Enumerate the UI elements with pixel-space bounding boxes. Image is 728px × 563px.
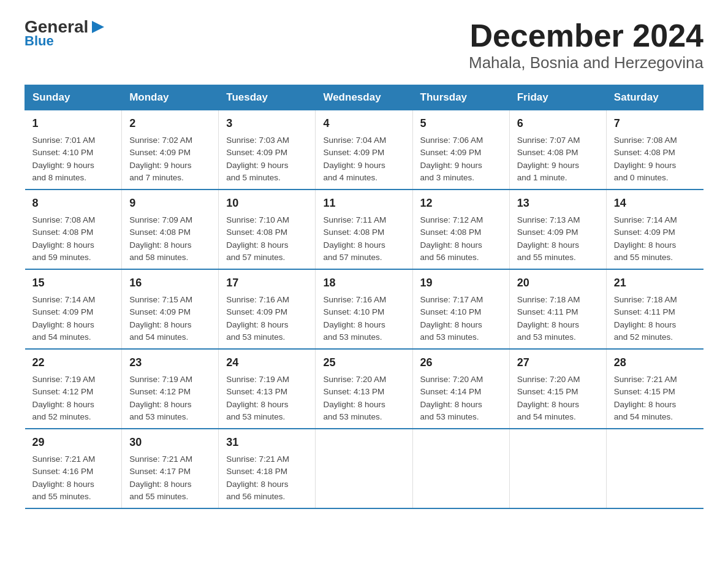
day-info: Sunrise: 7:15 AM Sunset: 4:09 PM Dayligh… — [129, 294, 211, 343]
day-info: Sunrise: 7:01 AM Sunset: 4:10 PM Dayligh… — [32, 134, 115, 184]
day-number: 26 — [420, 354, 502, 371]
day-header-monday: Monday — [122, 85, 219, 110]
calendar-cell: 17Sunrise: 7:16 AM Sunset: 4:09 PM Dayli… — [219, 269, 316, 349]
day-number: 25 — [323, 354, 404, 371]
calendar-header-row: SundayMondayTuesdayWednesdayThursdayFrid… — [25, 85, 703, 110]
calendar-cell: 24Sunrise: 7:19 AM Sunset: 4:13 PM Dayli… — [219, 349, 316, 429]
day-number: 23 — [129, 354, 211, 371]
day-info: Sunrise: 7:19 AM Sunset: 4:13 PM Dayligh… — [226, 373, 308, 423]
day-number: 1 — [32, 115, 115, 132]
calendar-cell: 28Sunrise: 7:21 AM Sunset: 4:15 PM Dayli… — [606, 349, 703, 429]
day-number: 5 — [420, 115, 502, 132]
calendar-cell: 1Sunrise: 7:01 AM Sunset: 4:10 PM Daylig… — [25, 110, 122, 190]
calendar-cell: 31Sunrise: 7:21 AM Sunset: 4:18 PM Dayli… — [219, 429, 316, 508]
day-info: Sunrise: 7:20 AM Sunset: 4:13 PM Dayligh… — [323, 373, 404, 423]
day-info: Sunrise: 7:21 AM Sunset: 4:17 PM Dayligh… — [129, 453, 211, 503]
day-info: Sunrise: 7:21 AM Sunset: 4:18 PM Dayligh… — [226, 453, 308, 503]
day-info: Sunrise: 7:11 AM Sunset: 4:08 PM Dayligh… — [323, 214, 404, 264]
day-info: Sunrise: 7:06 AM Sunset: 4:09 PM Dayligh… — [420, 134, 502, 184]
day-number: 11 — [323, 195, 404, 212]
day-number: 27 — [517, 354, 599, 371]
day-info: Sunrise: 7:02 AM Sunset: 4:09 PM Dayligh… — [129, 134, 211, 184]
day-number: 6 — [517, 115, 599, 132]
logo-blue: Blue — [25, 33, 54, 49]
calendar-cell: 6Sunrise: 7:07 AM Sunset: 4:08 PM Daylig… — [509, 110, 606, 190]
day-number: 20 — [517, 275, 599, 291]
day-number: 28 — [614, 354, 696, 371]
day-number: 19 — [420, 275, 502, 291]
day-number: 12 — [420, 195, 502, 212]
calendar-cell: 8Sunrise: 7:08 AM Sunset: 4:08 PM Daylig… — [25, 190, 122, 269]
day-info: Sunrise: 7:21 AM Sunset: 4:16 PM Dayligh… — [32, 453, 115, 503]
day-info: Sunrise: 7:10 AM Sunset: 4:08 PM Dayligh… — [226, 214, 308, 264]
calendar-week-row: 1Sunrise: 7:01 AM Sunset: 4:10 PM Daylig… — [25, 110, 703, 190]
day-info: Sunrise: 7:20 AM Sunset: 4:14 PM Dayligh… — [420, 373, 502, 423]
calendar-cell: 13Sunrise: 7:13 AM Sunset: 4:09 PM Dayli… — [509, 190, 606, 269]
day-number: 15 — [32, 275, 115, 291]
day-number: 9 — [129, 195, 211, 212]
logo-triangle-icon — [89, 18, 107, 36]
day-header-saturday: Saturday — [606, 85, 703, 110]
day-info: Sunrise: 7:09 AM Sunset: 4:08 PM Dayligh… — [129, 214, 211, 264]
day-info: Sunrise: 7:18 AM Sunset: 4:11 PM Dayligh… — [614, 294, 696, 343]
calendar-cell: 7Sunrise: 7:08 AM Sunset: 4:08 PM Daylig… — [606, 110, 703, 190]
calendar-cell: 16Sunrise: 7:15 AM Sunset: 4:09 PM Dayli… — [122, 269, 219, 349]
day-info: Sunrise: 7:13 AM Sunset: 4:09 PM Dayligh… — [517, 214, 599, 264]
calendar-cell: 25Sunrise: 7:20 AM Sunset: 4:13 PM Dayli… — [316, 349, 412, 429]
calendar-cell: 10Sunrise: 7:10 AM Sunset: 4:08 PM Dayli… — [219, 190, 316, 269]
day-number: 8 — [32, 195, 115, 212]
calendar-subtitle: Mahala, Bosnia and Herzegovina — [469, 53, 703, 72]
calendar-cell: 19Sunrise: 7:17 AM Sunset: 4:10 PM Dayli… — [412, 269, 509, 349]
day-info: Sunrise: 7:19 AM Sunset: 4:12 PM Dayligh… — [129, 373, 211, 423]
calendar-cell: 30Sunrise: 7:21 AM Sunset: 4:17 PM Dayli… — [122, 429, 219, 508]
calendar-cell: 20Sunrise: 7:18 AM Sunset: 4:11 PM Dayli… — [509, 269, 606, 349]
calendar-cell: 9Sunrise: 7:09 AM Sunset: 4:08 PM Daylig… — [122, 190, 219, 269]
day-number: 16 — [129, 275, 211, 291]
day-info: Sunrise: 7:07 AM Sunset: 4:08 PM Dayligh… — [517, 134, 599, 184]
day-info: Sunrise: 7:04 AM Sunset: 4:09 PM Dayligh… — [323, 134, 404, 184]
calendar-cell: 18Sunrise: 7:16 AM Sunset: 4:10 PM Dayli… — [316, 269, 412, 349]
day-number: 31 — [226, 434, 308, 451]
calendar-week-row: 15Sunrise: 7:14 AM Sunset: 4:09 PM Dayli… — [25, 269, 703, 349]
day-info: Sunrise: 7:16 AM Sunset: 4:09 PM Dayligh… — [226, 294, 308, 343]
calendar-cell: 27Sunrise: 7:20 AM Sunset: 4:15 PM Dayli… — [509, 349, 606, 429]
day-info: Sunrise: 7:03 AM Sunset: 4:09 PM Dayligh… — [226, 134, 308, 184]
calendar-cell — [606, 429, 703, 508]
day-number: 21 — [614, 275, 696, 291]
day-number: 2 — [129, 115, 211, 132]
day-header-wednesday: Wednesday — [316, 85, 412, 110]
calendar-cell: 29Sunrise: 7:21 AM Sunset: 4:16 PM Dayli… — [25, 429, 122, 508]
day-number: 7 — [614, 115, 696, 132]
day-info: Sunrise: 7:08 AM Sunset: 4:08 PM Dayligh… — [32, 214, 115, 264]
calendar-cell: 14Sunrise: 7:14 AM Sunset: 4:09 PM Dayli… — [606, 190, 703, 269]
calendar-cell: 22Sunrise: 7:19 AM Sunset: 4:12 PM Dayli… — [25, 349, 122, 429]
calendar-cell: 2Sunrise: 7:02 AM Sunset: 4:09 PM Daylig… — [122, 110, 219, 190]
calendar-week-row: 22Sunrise: 7:19 AM Sunset: 4:12 PM Dayli… — [25, 349, 703, 429]
calendar-cell: 4Sunrise: 7:04 AM Sunset: 4:09 PM Daylig… — [316, 110, 412, 190]
day-number: 13 — [517, 195, 599, 212]
day-number: 3 — [226, 115, 308, 132]
day-info: Sunrise: 7:08 AM Sunset: 4:08 PM Dayligh… — [614, 134, 696, 184]
day-number: 18 — [323, 275, 404, 291]
calendar-table: SundayMondayTuesdayWednesdayThursdayFrid… — [25, 85, 703, 509]
day-number: 30 — [129, 434, 211, 451]
day-number: 29 — [32, 434, 115, 451]
calendar-week-row: 8Sunrise: 7:08 AM Sunset: 4:08 PM Daylig… — [25, 190, 703, 269]
day-info: Sunrise: 7:14 AM Sunset: 4:09 PM Dayligh… — [614, 214, 696, 264]
day-info: Sunrise: 7:20 AM Sunset: 4:15 PM Dayligh… — [517, 373, 599, 423]
day-header-tuesday: Tuesday — [219, 85, 316, 110]
calendar-cell: 11Sunrise: 7:11 AM Sunset: 4:08 PM Dayli… — [316, 190, 412, 269]
calendar-cell: 26Sunrise: 7:20 AM Sunset: 4:14 PM Dayli… — [412, 349, 509, 429]
calendar-cell: 15Sunrise: 7:14 AM Sunset: 4:09 PM Dayli… — [25, 269, 122, 349]
day-number: 22 — [32, 354, 115, 371]
day-info: Sunrise: 7:17 AM Sunset: 4:10 PM Dayligh… — [420, 294, 502, 343]
day-info: Sunrise: 7:19 AM Sunset: 4:12 PM Dayligh… — [32, 373, 115, 423]
calendar-week-row: 29Sunrise: 7:21 AM Sunset: 4:16 PM Dayli… — [25, 429, 703, 508]
page-header: General Blue December 2024 Mahala, Bosni… — [25, 18, 703, 72]
calendar-title: December 2024 — [469, 18, 703, 53]
logo: General Blue — [25, 18, 107, 49]
day-number: 14 — [614, 195, 696, 212]
title-section: December 2024 Mahala, Bosnia and Herzego… — [469, 18, 703, 72]
day-number: 4 — [323, 115, 404, 132]
calendar-cell: 12Sunrise: 7:12 AM Sunset: 4:08 PM Dayli… — [412, 190, 509, 269]
